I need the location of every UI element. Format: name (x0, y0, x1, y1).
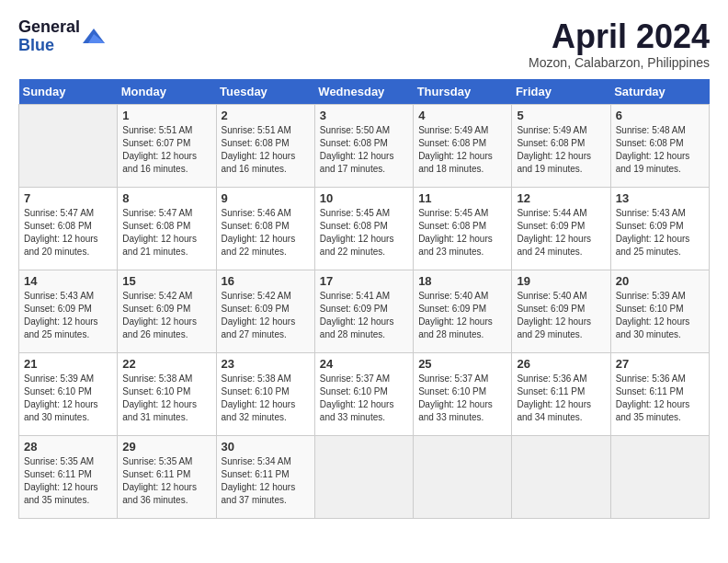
day-info: Daylight: 12 hours and 30 minutes. (24, 398, 112, 424)
calendar-cell: 2Sunrise: 5:51 AMSunset: 6:08 PMDaylight… (216, 104, 314, 187)
day-info: Sunset: 6:08 PM (24, 220, 112, 233)
calendar-cell: 7Sunrise: 5:47 AMSunset: 6:08 PMDaylight… (19, 187, 118, 270)
day-info: Sunrise: 5:47 AM (122, 207, 210, 220)
day-info: Daylight: 12 hours and 37 minutes. (222, 481, 310, 507)
day-info: Sunrise: 5:41 AM (320, 290, 408, 303)
day-info: Sunrise: 5:49 AM (418, 124, 506, 137)
weekday-header: Friday (512, 79, 610, 105)
day-info: Daylight: 12 hours and 32 minutes. (222, 398, 310, 424)
day-info: Sunrise: 5:43 AM (24, 290, 112, 303)
day-number: 28 (24, 440, 112, 454)
day-info: Sunset: 6:11 PM (24, 468, 112, 481)
logo-icon (83, 25, 105, 47)
calendar-week: 7Sunrise: 5:47 AMSunset: 6:08 PMDaylight… (19, 187, 710, 270)
day-info: Sunrise: 5:35 AM (122, 455, 210, 468)
day-number: 11 (418, 191, 506, 205)
logo-text: General Blue (18, 18, 80, 55)
logo: General Blue (18, 18, 105, 55)
day-number: 8 (122, 191, 210, 205)
day-info: Daylight: 12 hours and 20 minutes. (24, 233, 112, 259)
page-header: General Blue April 2024 Mozon, Calabarzo… (18, 18, 710, 70)
day-number: 19 (517, 274, 605, 288)
calendar-cell: 15Sunrise: 5:42 AMSunset: 6:09 PMDayligh… (118, 270, 216, 352)
day-info: Sunset: 6:10 PM (122, 385, 210, 398)
day-info: Sunset: 6:08 PM (122, 220, 210, 233)
day-info: Sunset: 6:11 PM (122, 468, 210, 481)
day-info: Sunset: 6:11 PM (517, 385, 605, 398)
calendar-cell: 5Sunrise: 5:49 AMSunset: 6:08 PMDaylight… (512, 104, 610, 187)
calendar-cell: 11Sunrise: 5:45 AMSunset: 6:08 PMDayligh… (414, 187, 512, 270)
calendar-cell: 18Sunrise: 5:40 AMSunset: 6:09 PMDayligh… (414, 270, 512, 352)
day-info: Sunrise: 5:40 AM (418, 290, 506, 303)
day-info: Sunset: 6:09 PM (517, 220, 605, 233)
calendar-cell (314, 435, 413, 518)
calendar-cell: 19Sunrise: 5:40 AMSunset: 6:09 PMDayligh… (512, 270, 610, 352)
day-number: 20 (616, 274, 704, 288)
day-info: Daylight: 12 hours and 19 minutes. (517, 150, 605, 176)
day-info: Daylight: 12 hours and 21 minutes. (122, 233, 210, 259)
calendar-cell (19, 104, 118, 187)
day-number: 27 (616, 357, 704, 371)
day-info: Sunrise: 5:47 AM (24, 207, 112, 220)
calendar-week: 1Sunrise: 5:51 AMSunset: 6:07 PMDaylight… (19, 104, 710, 187)
day-info: Daylight: 12 hours and 16 minutes. (122, 150, 210, 176)
day-info: Sunset: 6:08 PM (320, 220, 408, 233)
day-info: Daylight: 12 hours and 35 minutes. (24, 481, 112, 507)
calendar-week: 28Sunrise: 5:35 AMSunset: 6:11 PMDayligh… (19, 435, 710, 518)
day-info: Sunrise: 5:37 AM (320, 373, 408, 385)
day-info: Sunrise: 5:36 AM (616, 373, 704, 385)
calendar-cell (414, 435, 512, 518)
calendar-cell: 25Sunrise: 5:37 AMSunset: 6:10 PMDayligh… (414, 352, 512, 435)
day-info: Daylight: 12 hours and 24 minutes. (517, 233, 605, 259)
day-info: Daylight: 12 hours and 30 minutes. (616, 316, 704, 341)
day-number: 14 (24, 274, 112, 288)
day-info: Daylight: 12 hours and 26 minutes. (122, 316, 210, 341)
day-info: Sunset: 6:11 PM (222, 468, 310, 481)
day-number: 12 (517, 191, 605, 205)
calendar-cell: 9Sunrise: 5:46 AMSunset: 6:08 PMDaylight… (216, 187, 314, 270)
day-info: Daylight: 12 hours and 16 minutes. (222, 150, 310, 176)
day-info: Daylight: 12 hours and 33 minutes. (320, 398, 408, 424)
day-info: Daylight: 12 hours and 34 minutes. (517, 398, 605, 424)
day-number: 26 (517, 357, 605, 371)
day-info: Daylight: 12 hours and 33 minutes. (418, 398, 506, 424)
calendar-header: SundayMondayTuesdayWednesdayThursdayFrid… (19, 79, 710, 105)
calendar-cell: 3Sunrise: 5:50 AMSunset: 6:08 PMDaylight… (314, 104, 413, 187)
day-info: Sunrise: 5:49 AM (517, 124, 605, 137)
month-title: April 2024 (529, 18, 710, 55)
calendar-cell: 29Sunrise: 5:35 AMSunset: 6:11 PMDayligh… (118, 435, 216, 518)
day-info: Daylight: 12 hours and 28 minutes. (320, 316, 408, 341)
calendar-cell: 4Sunrise: 5:49 AMSunset: 6:08 PMDaylight… (414, 104, 512, 187)
day-info: Sunset: 6:09 PM (418, 303, 506, 316)
day-number: 24 (320, 357, 408, 371)
day-info: Daylight: 12 hours and 29 minutes. (517, 316, 605, 341)
day-info: Sunrise: 5:38 AM (222, 373, 310, 385)
calendar-cell: 24Sunrise: 5:37 AMSunset: 6:10 PMDayligh… (314, 352, 413, 435)
day-info: Sunrise: 5:51 AM (122, 124, 210, 137)
day-info: Sunset: 6:09 PM (222, 303, 310, 316)
calendar-cell: 13Sunrise: 5:43 AMSunset: 6:09 PMDayligh… (610, 187, 709, 270)
calendar-cell: 27Sunrise: 5:36 AMSunset: 6:11 PMDayligh… (610, 352, 709, 435)
day-number: 21 (24, 357, 112, 371)
weekday-header: Wednesday (314, 79, 413, 105)
day-info: Daylight: 12 hours and 25 minutes. (24, 316, 112, 341)
day-info: Sunset: 6:08 PM (418, 220, 506, 233)
calendar-cell: 8Sunrise: 5:47 AMSunset: 6:08 PMDaylight… (118, 187, 216, 270)
weekday-header: Saturday (610, 79, 709, 105)
day-number: 25 (418, 357, 506, 371)
calendar-cell (610, 435, 709, 518)
day-info: Daylight: 12 hours and 23 minutes. (418, 233, 506, 259)
calendar-cell: 17Sunrise: 5:41 AMSunset: 6:09 PMDayligh… (314, 270, 413, 352)
day-info: Daylight: 12 hours and 22 minutes. (320, 233, 408, 259)
title-section: April 2024 Mozon, Calabarzon, Philippine… (529, 18, 710, 70)
day-info: Sunrise: 5:42 AM (222, 290, 310, 303)
weekday-header: Monday (118, 79, 216, 105)
day-info: Sunset: 6:09 PM (616, 220, 704, 233)
day-number: 1 (122, 109, 210, 122)
day-info: Sunset: 6:08 PM (222, 137, 310, 150)
calendar-cell: 6Sunrise: 5:48 AMSunset: 6:08 PMDaylight… (610, 104, 709, 187)
day-number: 22 (122, 357, 210, 371)
logo-blue: Blue (18, 37, 80, 55)
calendar-cell: 22Sunrise: 5:38 AMSunset: 6:10 PMDayligh… (118, 352, 216, 435)
day-number: 30 (222, 440, 310, 454)
